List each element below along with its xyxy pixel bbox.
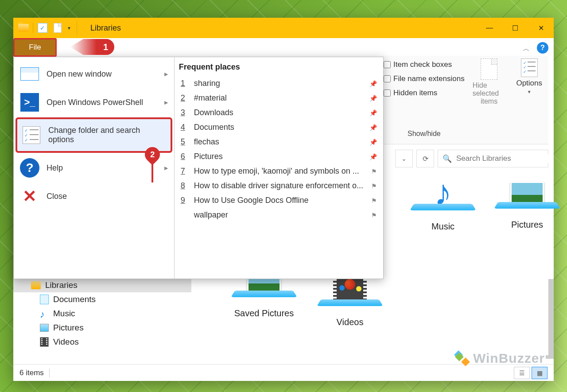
pin-icon[interactable]: 📌	[369, 109, 377, 116]
file-extensions-checkbox[interactable]	[384, 75, 391, 82]
frequent-place-item[interactable]: 2#material📌	[175, 91, 383, 105]
tile-music[interactable]: ♪ Music	[403, 177, 483, 232]
separator	[77, 21, 77, 35]
title-bar: ✓ ▼ Libraries — ☐ ✕	[13, 18, 554, 38]
access-key: 4	[181, 123, 186, 132]
item-checkboxes-checkbox[interactable]	[384, 61, 391, 68]
close-item[interactable]: ✕ Close	[14, 182, 174, 210]
file-extensions-row[interactable]: File name extensions	[384, 74, 465, 83]
frequent-place-item[interactable]: wallpaper⚑	[175, 208, 383, 222]
hidden-items-checkbox[interactable]	[384, 89, 391, 97]
frequent-place-item[interactable]: 3Downloads📌	[175, 105, 383, 120]
place-label: Documents	[194, 123, 361, 132]
sidebar-item-videos[interactable]: Videos	[13, 335, 191, 349]
pin-icon[interactable]: 📌	[369, 80, 377, 87]
options-icon	[521, 58, 538, 77]
details-view-button[interactable]: ☰	[514, 367, 530, 379]
unpin-icon[interactable]: ⚑	[371, 182, 377, 190]
separator	[49, 369, 50, 377]
maximize-button[interactable]: ☐	[502, 18, 528, 38]
file-tab[interactable]: File	[13, 38, 57, 57]
help-icon[interactable]: ?	[537, 42, 548, 54]
label: Hidden items	[393, 89, 437, 97]
frequent-place-item[interactable]: 5flechas📌	[175, 135, 383, 149]
item-count: 6 items	[19, 369, 44, 377]
sidebar-item-music[interactable]: Music	[13, 307, 191, 321]
item-checkboxes-row[interactable]: Item check boxes	[384, 60, 465, 69]
open-new-window-item[interactable]: Open new window ▶	[14, 60, 174, 88]
frequent-places-header: Frequent places	[175, 61, 383, 76]
place-label: Downloads	[194, 108, 361, 117]
qat-properties-icon[interactable]: ✓	[35, 20, 50, 35]
access-key: 7	[181, 167, 186, 176]
chevron-down-icon: ▼	[527, 89, 532, 94]
ribbon-group-label: Show/hide	[384, 128, 465, 140]
unpin-icon[interactable]: ⚑	[371, 212, 377, 219]
hidden-items-row[interactable]: Hidden items	[384, 89, 465, 97]
window-icon	[20, 64, 39, 84]
access-key: 8	[181, 181, 186, 190]
search-input[interactable]	[456, 154, 550, 163]
sidebar-item-documents[interactable]: Documents	[13, 292, 191, 307]
music-icon	[40, 309, 49, 318]
app-icon	[16, 20, 31, 35]
unpin-icon[interactable]: ⚑	[371, 168, 377, 175]
place-label: sharing	[194, 79, 361, 88]
file-menu: Open new window ▶ >_ Open Windows PowerS…	[13, 57, 384, 279]
icons-view-button[interactable]: ▦	[532, 367, 548, 379]
unpin-icon[interactable]: ⚑	[371, 197, 377, 204]
place-label: How to Use Google Docs Offline	[194, 196, 363, 205]
options-button[interactable]: Options ▼	[510, 56, 548, 144]
place-label: #material	[194, 93, 361, 103]
open-powershell-item[interactable]: >_ Open Windows PowerShell ▶ 2	[14, 88, 174, 116]
frequent-place-item[interactable]: 8How to disable driver signature enforce…	[175, 179, 383, 193]
place-label: How to type emoji, 'kaomoji' and symbols…	[194, 167, 363, 176]
options-icon	[22, 125, 41, 145]
place-label: flechas	[194, 137, 361, 147]
hide-selected-icon	[481, 58, 497, 80]
callout-2: 2	[145, 147, 160, 186]
history-dropdown-button[interactable]: ⌄	[395, 150, 413, 167]
documents-icon	[40, 295, 49, 304]
sidebar-item-pictures[interactable]: Pictures	[13, 321, 191, 335]
label: Help	[47, 163, 63, 173]
label: Close	[47, 192, 67, 201]
place-label: Pictures	[194, 152, 361, 161]
frequent-place-item[interactable]: 1sharing📌	[175, 76, 383, 91]
frequent-place-item[interactable]: 4Documents📌	[175, 120, 383, 135]
refresh-button[interactable]: ⟳	[416, 150, 434, 167]
sidebar-item-libraries[interactable]: Libraries	[13, 278, 191, 292]
label: File name extensions	[393, 74, 465, 83]
navigation-pane: Libraries Documents Music Pictures Video…	[13, 278, 191, 376]
pictures-icon	[40, 324, 49, 332]
tile-pictures[interactable]: Pictures	[487, 182, 567, 230]
close-button[interactable]: ✕	[528, 18, 554, 38]
window-title: Libraries	[90, 23, 121, 33]
search-icon: 🔍	[443, 154, 452, 163]
frequent-place-item[interactable]: 9How to Use Google Docs Offline⚑	[175, 193, 383, 208]
access-key: 1	[181, 79, 186, 88]
file-menu-commands: Open new window ▶ >_ Open Windows PowerS…	[14, 57, 175, 279]
frequent-places-panel: Frequent places 1sharing📌2#material📌3Dow…	[175, 57, 383, 279]
label: Open new window	[47, 70, 112, 79]
access-key: 5	[181, 137, 186, 147]
minimize-button[interactable]: —	[477, 18, 502, 38]
explorer-window: ✓ ▼ Libraries — ☐ ✕ File 1 ︿ ? Item chec…	[13, 18, 554, 381]
frequent-place-item[interactable]: 7How to type emoji, 'kaomoji' and symbol…	[175, 164, 383, 179]
qat-newfolder-icon[interactable]	[50, 20, 65, 35]
ribbon-checkboxes: Item check boxes File name extensions Hi…	[380, 56, 468, 144]
pin-icon[interactable]: 📌	[369, 95, 377, 102]
search-box[interactable]: 🔍	[438, 150, 548, 167]
minimize-ribbon-icon[interactable]: ︿	[521, 43, 532, 54]
qat-dropdown-icon[interactable]: ▼	[67, 26, 71, 31]
hide-selected-button[interactable]: Hide selected items	[468, 56, 510, 144]
status-bar: 6 items ☰ ▦	[13, 364, 554, 381]
label: Open Windows PowerShell	[47, 98, 143, 107]
place-label: wallpaper	[194, 210, 363, 220]
pin-icon[interactable]: 📌	[369, 153, 377, 160]
pin-icon[interactable]: 📌	[369, 139, 377, 146]
frequent-place-item[interactable]: 6Pictures📌	[175, 149, 383, 164]
access-key: 2	[181, 93, 186, 103]
pin-icon[interactable]: 📌	[369, 124, 377, 131]
close-icon: ✕	[20, 186, 39, 206]
